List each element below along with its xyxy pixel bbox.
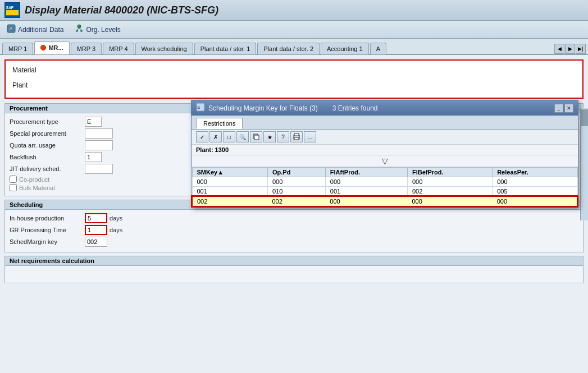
sap-logo: SAP xyxy=(4,2,20,18)
scrollbar-thumb[interactable] xyxy=(581,109,588,126)
gr-processing-input[interactable] xyxy=(85,225,107,235)
dialog-tool-help[interactable]: ? xyxy=(277,131,289,142)
active-tab-indicator xyxy=(40,45,46,50)
cell-oppd: 010 xyxy=(267,187,325,197)
sched-margin-input[interactable] xyxy=(85,237,107,247)
dialog-close-button[interactable]: ✕ xyxy=(564,104,573,113)
dialog-title-left: ≡ Scheduling Margin Key for Floats (3) 3… xyxy=(196,103,377,113)
gr-processing-row: GR Processing Time days xyxy=(10,225,578,235)
cell-smkey: 002 xyxy=(192,196,267,206)
tab-nav-buttons: ◀ ▶ ▶| xyxy=(554,44,586,54)
tab-plant-data-1[interactable]: Plant data / stor. 1 xyxy=(194,43,257,54)
cell-oppd: 000 xyxy=(267,177,325,187)
tab-mrp4[interactable]: MRP 4 xyxy=(103,43,134,54)
sched-margin-label: SchedMargin key xyxy=(10,238,83,245)
tab-mrp3[interactable]: MRP 3 xyxy=(71,43,102,54)
dialog-title-bar: ≡ Scheduling Margin Key for Floats (3) 3… xyxy=(192,100,578,116)
dialog-tool-star[interactable]: ★ xyxy=(263,131,276,142)
tab-plant-data-2[interactable]: Plant data / stor. 2 xyxy=(257,43,320,54)
additional-data-label: Additional Data xyxy=(18,26,63,34)
inhouse-production-input[interactable] xyxy=(85,213,107,223)
quota-arr-input[interactable] xyxy=(85,140,113,150)
page-title: Display Material 8400020 (NIC-BTS-SFG) xyxy=(25,4,218,16)
tab-accounting[interactable]: Accounting 1 xyxy=(321,43,369,54)
dialog-toolbar: ✓ ✗ □ 🔍 ★ ? … xyxy=(192,130,578,145)
dialog-close-buttons: _ ✕ xyxy=(554,104,573,113)
tab-mrp2[interactable]: MR... xyxy=(34,42,69,54)
backflush-input[interactable] xyxy=(85,152,102,162)
scheduling-margin-dialog: ≡ Scheduling Margin Key for Floats (3) 3… xyxy=(191,100,578,208)
svg-text:↗: ↗ xyxy=(8,26,12,31)
cell-releasper: 000 xyxy=(493,196,577,206)
dialog-tool-cancel[interactable]: ✗ xyxy=(209,131,222,142)
col-releasper: ReleasPer. xyxy=(493,168,577,177)
net-requirements-section: Net requirements calculation xyxy=(4,256,584,283)
jit-label: JIT delivery sched. xyxy=(10,165,83,172)
tab-nav-next[interactable]: ▶ xyxy=(565,44,575,54)
dialog-filter-row: ▽ xyxy=(192,155,578,167)
tab-nav-last[interactable]: ▶| xyxy=(576,44,586,54)
cell-flaftprod: 000 xyxy=(325,177,407,187)
svg-rect-16 xyxy=(294,137,299,140)
dialog-tool-find[interactable]: 🔍 xyxy=(236,131,249,142)
gr-processing-unit: days xyxy=(110,227,122,233)
org-levels-button[interactable]: Org. Levels xyxy=(72,23,122,36)
dialog-tool-print[interactable] xyxy=(290,131,303,142)
toolbar: ↗ Additional Data Org. Levels xyxy=(0,21,588,39)
org-levels-label: Org. Levels xyxy=(86,26,120,34)
cell-flbefprod: 000 xyxy=(407,177,492,187)
dialog-tab-restrictions[interactable]: Restrictions xyxy=(196,118,243,129)
special-procurement-input[interactable] xyxy=(85,128,113,139)
svg-point-6 xyxy=(76,30,78,32)
additional-data-button[interactable]: ↗ Additional Data xyxy=(4,23,66,36)
jit-input[interactable] xyxy=(85,164,113,174)
bulk-material-checkbox[interactable] xyxy=(10,184,17,191)
svg-rect-15 xyxy=(294,133,299,136)
cell-releasper: 005 xyxy=(493,187,577,197)
coproduct-label: Co-product xyxy=(19,176,49,183)
main-scrollbar[interactable] xyxy=(580,108,588,220)
svg-point-5 xyxy=(78,25,81,28)
backflush-label: Backflush xyxy=(10,154,83,160)
quota-arr-label: Quota arr. usage xyxy=(10,142,83,149)
table-row[interactable]: 001 010 001 002 005 xyxy=(192,187,577,197)
dialog-table: SMKey▲ Op.Pd FlAftProd. FlBefProd. Relea… xyxy=(192,167,578,207)
dialog-minimize-button[interactable]: _ xyxy=(554,104,563,113)
cell-flaftprod: 000 xyxy=(325,196,407,206)
special-procurement-label: Special procurement xyxy=(10,130,83,137)
tab-nav-prev[interactable]: ◀ xyxy=(554,44,564,54)
tab-mrp1[interactable]: MRP 1 xyxy=(2,43,33,54)
material-label: Material xyxy=(12,65,57,74)
cell-smkey: 000 xyxy=(192,177,267,187)
tab-work-scheduling[interactable]: Work scheduling xyxy=(135,43,193,54)
svg-text:≡: ≡ xyxy=(197,105,200,110)
svg-rect-2 xyxy=(6,10,19,15)
cell-smkey: 001 xyxy=(192,187,267,197)
dialog-tool-check[interactable]: ✓ xyxy=(196,131,208,142)
dialog-table-container: SMKey▲ Op.Pd FlAftProd. FlBefProd. Relea… xyxy=(192,167,578,207)
svg-line-8 xyxy=(77,28,79,30)
inhouse-production-row: In-house production days xyxy=(10,213,578,223)
dialog-tool-new[interactable]: □ xyxy=(223,131,235,142)
inhouse-production-unit: days xyxy=(110,215,122,222)
procurement-type-label: Procurement type xyxy=(10,118,83,125)
svg-text:SAP: SAP xyxy=(6,6,14,10)
dialog-icon: ≡ xyxy=(196,103,205,113)
table-row[interactable]: 000 000 000 000 000 xyxy=(192,177,577,187)
svg-rect-13 xyxy=(254,135,259,140)
main-content: Material Plant Procurement Procurement t… xyxy=(0,55,588,373)
coproduct-checkbox[interactable] xyxy=(10,176,17,183)
filter-icon: ▽ xyxy=(382,156,388,165)
dialog-title-text: Scheduling Margin Key for Floats (3) xyxy=(208,104,318,112)
dialog-tool-more[interactable]: … xyxy=(304,131,316,142)
scheduling-section: Scheduling In-house production days GR P… xyxy=(4,200,584,252)
table-row-highlighted[interactable]: 002 002 000 000 000 xyxy=(192,196,577,206)
procurement-type-input[interactable] xyxy=(85,117,102,127)
cell-oppd: 002 xyxy=(267,196,325,206)
dialog-tool-copy[interactable] xyxy=(250,131,262,142)
net-requirements-content xyxy=(5,266,583,283)
scheduling-content: In-house production days GR Processing T… xyxy=(5,210,583,252)
col-smkey: SMKey▲ xyxy=(192,168,267,177)
cell-flbefprod: 000 xyxy=(407,196,492,206)
tab-a[interactable]: A xyxy=(370,43,386,54)
